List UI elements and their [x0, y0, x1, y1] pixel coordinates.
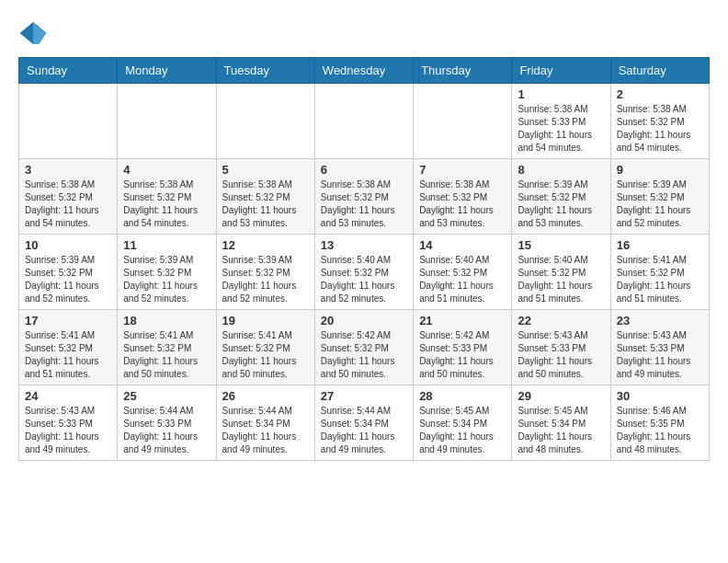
day-info: Sunrise: 5:43 AM Sunset: 5:33 PM Dayligh… — [518, 329, 604, 381]
calendar-cell: 5Sunrise: 5:38 AM Sunset: 5:32 PM Daylig… — [216, 159, 314, 235]
calendar-cell — [414, 84, 512, 159]
day-number: 18 — [123, 314, 210, 327]
day-number: 1 — [518, 87, 604, 101]
day-number: 29 — [518, 389, 604, 403]
day-info: Sunrise: 5:38 AM Sunset: 5:32 PM Dayligh… — [419, 178, 506, 230]
weekday-header: Thursday — [414, 58, 512, 84]
day-number: 7 — [419, 163, 506, 177]
logo-icon — [18, 18, 48, 48]
day-number: 2 — [617, 87, 703, 101]
day-number: 20 — [321, 314, 407, 327]
day-info: Sunrise: 5:41 AM Sunset: 5:32 PM Dayligh… — [617, 254, 703, 305]
day-number: 4 — [123, 163, 210, 177]
calendar-cell: 24Sunrise: 5:43 AM Sunset: 5:33 PM Dayli… — [19, 385, 118, 461]
day-number: 9 — [617, 163, 703, 177]
day-info: Sunrise: 5:43 AM Sunset: 5:33 PM Dayligh… — [25, 405, 111, 456]
calendar-cell: 23Sunrise: 5:43 AM Sunset: 5:33 PM Dayli… — [610, 310, 709, 385]
calendar-cell: 30Sunrise: 5:46 AM Sunset: 5:35 PM Dayli… — [610, 385, 709, 461]
day-info: Sunrise: 5:45 AM Sunset: 5:34 PM Dayligh… — [419, 405, 506, 456]
calendar-cell: 27Sunrise: 5:44 AM Sunset: 5:34 PM Dayli… — [314, 385, 413, 461]
calendar-cell: 10Sunrise: 5:39 AM Sunset: 5:32 PM Dayli… — [19, 235, 118, 310]
svg-marker-2 — [33, 22, 46, 44]
calendar-cell: 29Sunrise: 5:45 AM Sunset: 5:34 PM Dayli… — [512, 385, 610, 461]
day-info: Sunrise: 5:45 AM Sunset: 5:34 PM Dayligh… — [518, 405, 604, 456]
day-number: 11 — [123, 238, 210, 252]
day-info: Sunrise: 5:44 AM Sunset: 5:34 PM Dayligh… — [222, 405, 309, 456]
day-info: Sunrise: 5:46 AM Sunset: 5:35 PM Dayligh… — [617, 405, 703, 456]
day-number: 8 — [518, 163, 604, 177]
calendar-cell — [314, 84, 413, 159]
calendar-cell: 21Sunrise: 5:42 AM Sunset: 5:33 PM Dayli… — [414, 310, 512, 385]
calendar-table: SundayMondayTuesdayWednesdayThursdayFrid… — [18, 57, 710, 461]
calendar-cell: 16Sunrise: 5:41 AM Sunset: 5:32 PM Dayli… — [610, 235, 709, 310]
calendar-cell: 15Sunrise: 5:40 AM Sunset: 5:32 PM Dayli… — [512, 235, 610, 310]
calendar-week-row: 3Sunrise: 5:38 AM Sunset: 5:32 PM Daylig… — [19, 159, 710, 235]
calendar-cell — [216, 84, 314, 159]
day-info: Sunrise: 5:39 AM Sunset: 5:32 PM Dayligh… — [25, 254, 111, 305]
calendar-cell — [118, 84, 216, 159]
calendar-cell: 12Sunrise: 5:39 AM Sunset: 5:32 PM Dayli… — [216, 235, 314, 310]
day-info: Sunrise: 5:39 AM Sunset: 5:32 PM Dayligh… — [222, 254, 309, 305]
day-info: Sunrise: 5:39 AM Sunset: 5:32 PM Dayligh… — [123, 254, 210, 305]
calendar-cell: 3Sunrise: 5:38 AM Sunset: 5:32 PM Daylig… — [19, 159, 118, 235]
day-number: 14 — [419, 238, 506, 252]
weekday-header: Tuesday — [216, 58, 314, 84]
calendar-cell: 18Sunrise: 5:41 AM Sunset: 5:32 PM Dayli… — [118, 310, 216, 385]
day-number: 3 — [25, 163, 111, 177]
calendar-cell — [19, 84, 118, 159]
day-number: 16 — [617, 238, 703, 252]
day-number: 12 — [222, 238, 309, 252]
calendar-cell: 28Sunrise: 5:45 AM Sunset: 5:34 PM Dayli… — [414, 385, 512, 461]
page-header — [18, 18, 710, 48]
weekday-header: Friday — [512, 58, 610, 84]
day-info: Sunrise: 5:39 AM Sunset: 5:32 PM Dayligh… — [518, 178, 604, 230]
day-info: Sunrise: 5:41 AM Sunset: 5:32 PM Dayligh… — [123, 329, 210, 381]
day-number: 24 — [25, 389, 111, 403]
day-number: 10 — [25, 238, 111, 252]
day-info: Sunrise: 5:38 AM Sunset: 5:32 PM Dayligh… — [123, 178, 210, 230]
weekday-header: Wednesday — [314, 58, 413, 84]
day-number: 22 — [518, 314, 604, 327]
calendar-cell: 9Sunrise: 5:39 AM Sunset: 5:32 PM Daylig… — [610, 159, 709, 235]
calendar-cell: 25Sunrise: 5:44 AM Sunset: 5:33 PM Dayli… — [118, 385, 216, 461]
day-info: Sunrise: 5:43 AM Sunset: 5:33 PM Dayligh… — [617, 329, 703, 381]
calendar-cell: 11Sunrise: 5:39 AM Sunset: 5:32 PM Dayli… — [118, 235, 216, 310]
day-info: Sunrise: 5:40 AM Sunset: 5:32 PM Dayligh… — [419, 254, 506, 305]
calendar-cell: 8Sunrise: 5:39 AM Sunset: 5:32 PM Daylig… — [512, 159, 610, 235]
weekday-header-row: SundayMondayTuesdayWednesdayThursdayFrid… — [19, 58, 710, 84]
day-info: Sunrise: 5:38 AM Sunset: 5:32 PM Dayligh… — [25, 178, 111, 230]
day-info: Sunrise: 5:38 AM Sunset: 5:33 PM Dayligh… — [518, 103, 604, 155]
calendar-cell: 17Sunrise: 5:41 AM Sunset: 5:32 PM Dayli… — [19, 310, 118, 385]
calendar-cell: 4Sunrise: 5:38 AM Sunset: 5:32 PM Daylig… — [118, 159, 216, 235]
day-info: Sunrise: 5:38 AM Sunset: 5:32 PM Dayligh… — [321, 178, 407, 230]
weekday-header: Sunday — [19, 58, 118, 84]
calendar-week-row: 10Sunrise: 5:39 AM Sunset: 5:32 PM Dayli… — [19, 235, 710, 310]
calendar-cell: 22Sunrise: 5:43 AM Sunset: 5:33 PM Dayli… — [512, 310, 610, 385]
day-number: 28 — [419, 389, 506, 403]
calendar-cell: 2Sunrise: 5:38 AM Sunset: 5:32 PM Daylig… — [610, 84, 709, 159]
day-number: 23 — [617, 314, 703, 327]
day-info: Sunrise: 5:41 AM Sunset: 5:32 PM Dayligh… — [25, 329, 111, 381]
day-info: Sunrise: 5:38 AM Sunset: 5:32 PM Dayligh… — [617, 103, 703, 155]
day-number: 25 — [123, 389, 210, 403]
day-info: Sunrise: 5:42 AM Sunset: 5:33 PM Dayligh… — [419, 329, 506, 381]
day-info: Sunrise: 5:40 AM Sunset: 5:32 PM Dayligh… — [518, 254, 604, 305]
day-number: 19 — [222, 314, 309, 327]
logo — [18, 18, 51, 48]
day-number: 27 — [321, 389, 407, 403]
day-number: 15 — [518, 238, 604, 252]
calendar-cell: 1Sunrise: 5:38 AM Sunset: 5:33 PM Daylig… — [512, 84, 610, 159]
day-number: 26 — [222, 389, 309, 403]
weekday-header: Monday — [118, 58, 216, 84]
day-number: 6 — [321, 163, 407, 177]
calendar-cell: 19Sunrise: 5:41 AM Sunset: 5:32 PM Dayli… — [216, 310, 314, 385]
calendar-cell: 14Sunrise: 5:40 AM Sunset: 5:32 PM Dayli… — [414, 235, 512, 310]
calendar-cell: 13Sunrise: 5:40 AM Sunset: 5:32 PM Dayli… — [314, 235, 413, 310]
day-info: Sunrise: 5:41 AM Sunset: 5:32 PM Dayligh… — [222, 329, 309, 381]
day-info: Sunrise: 5:44 AM Sunset: 5:34 PM Dayligh… — [321, 405, 407, 456]
day-number: 13 — [321, 238, 407, 252]
day-info: Sunrise: 5:38 AM Sunset: 5:32 PM Dayligh… — [222, 178, 309, 230]
calendar-week-row: 17Sunrise: 5:41 AM Sunset: 5:32 PM Dayli… — [19, 310, 710, 385]
calendar-cell: 6Sunrise: 5:38 AM Sunset: 5:32 PM Daylig… — [314, 159, 413, 235]
day-info: Sunrise: 5:44 AM Sunset: 5:33 PM Dayligh… — [123, 405, 210, 456]
